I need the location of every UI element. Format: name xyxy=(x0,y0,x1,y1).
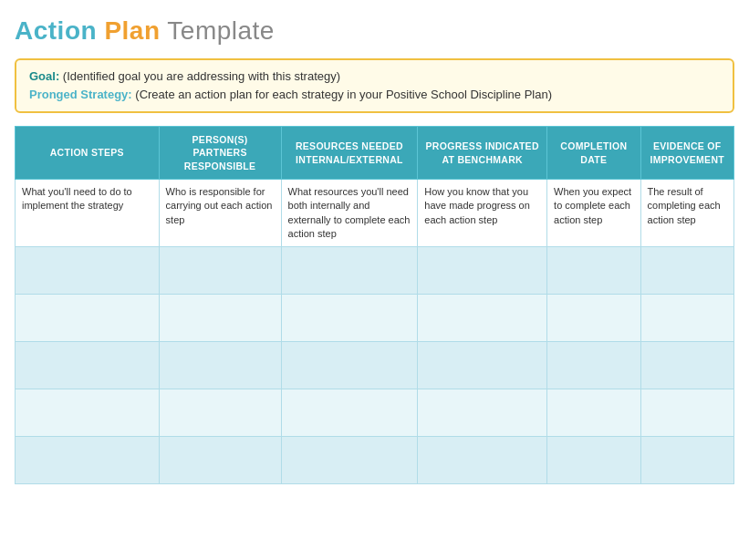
cell-completion-3 xyxy=(547,342,640,389)
cell-resources-desc: What resources you'll need both internal… xyxy=(281,179,418,247)
strategy-text: (Create an action plan for each strategy… xyxy=(135,88,552,101)
table-header-row: ACTION STEPS PERSON(S) PARTNERS RESPONSI… xyxy=(16,127,734,180)
cell-action-3 xyxy=(16,342,160,389)
cell-completion-4 xyxy=(547,389,640,437)
title-plan: Plan xyxy=(104,16,160,45)
cell-persons-4 xyxy=(159,389,281,437)
table-row xyxy=(16,437,734,484)
table-row xyxy=(16,389,734,437)
page-title: Action Plan Template xyxy=(15,16,734,46)
title-action: Action xyxy=(15,16,97,45)
cell-evidence-5 xyxy=(640,437,733,484)
cell-progress-2 xyxy=(418,295,547,342)
cell-evidence-desc: The result of completing each action ste… xyxy=(640,179,733,247)
cell-persons-1 xyxy=(159,247,281,295)
col-header-progress: PROGRESS INDICATED AT BENCHMARK xyxy=(418,127,547,180)
cell-persons-desc: Who is responsible for carrying out each… xyxy=(159,179,281,247)
cell-resources-3 xyxy=(281,342,418,389)
col-header-evidence: EVIDENCE OF IMPROVEMENT xyxy=(640,127,733,180)
col-header-completion: COMPLETION DATE xyxy=(547,127,640,180)
cell-action-desc: What you'll need to do to implement the … xyxy=(16,179,160,247)
cell-persons-5 xyxy=(159,437,281,484)
cell-evidence-2 xyxy=(640,295,733,342)
goal-line: Goal: (Identified goal you are addressin… xyxy=(29,67,720,86)
cell-evidence-4 xyxy=(640,389,733,437)
cell-progress-5 xyxy=(418,437,547,484)
title-template: Template xyxy=(167,16,275,45)
table-row-description: What you'll need to do to implement the … xyxy=(16,179,734,247)
action-plan-table: ACTION STEPS PERSON(S) PARTNERS RESPONSI… xyxy=(15,126,734,484)
cell-resources-5 xyxy=(281,437,418,484)
col-header-resources: RESOURCES NEEDED INTERNAL/EXTERNAL xyxy=(281,127,418,180)
table-row xyxy=(16,295,734,342)
goal-box: Goal: (Identified goal you are addressin… xyxy=(15,58,734,113)
cell-completion-2 xyxy=(547,295,640,342)
goal-label: Goal: xyxy=(29,69,59,83)
strategy-line: Pronged Strategy: (Create an action plan… xyxy=(29,86,720,104)
cell-action-5 xyxy=(16,437,160,484)
strategy-label: Pronged Strategy: xyxy=(29,88,132,101)
table-row xyxy=(16,247,734,295)
cell-evidence-3 xyxy=(640,342,733,389)
cell-resources-2 xyxy=(281,295,418,342)
cell-evidence-1 xyxy=(640,247,733,295)
cell-action-2 xyxy=(16,295,160,342)
cell-completion-5 xyxy=(547,437,640,484)
cell-action-4 xyxy=(16,389,160,437)
col-header-action-steps: ACTION STEPS xyxy=(16,127,160,180)
cell-progress-3 xyxy=(418,342,547,389)
cell-progress-desc: How you know that you have made progress… xyxy=(418,179,547,247)
cell-persons-2 xyxy=(159,295,281,342)
cell-completion-1 xyxy=(547,247,640,295)
cell-persons-3 xyxy=(159,342,281,389)
cell-progress-4 xyxy=(418,389,547,437)
cell-progress-1 xyxy=(418,247,547,295)
cell-resources-1 xyxy=(281,247,418,295)
table-row xyxy=(16,342,734,389)
cell-completion-desc: When you expect to complete each action … xyxy=(547,179,640,247)
col-header-persons: PERSON(S) PARTNERS RESPONSIBLE xyxy=(159,127,281,180)
cell-resources-4 xyxy=(281,389,418,437)
cell-action-1 xyxy=(16,247,160,295)
goal-text: (Identified goal you are addressing with… xyxy=(63,69,340,83)
